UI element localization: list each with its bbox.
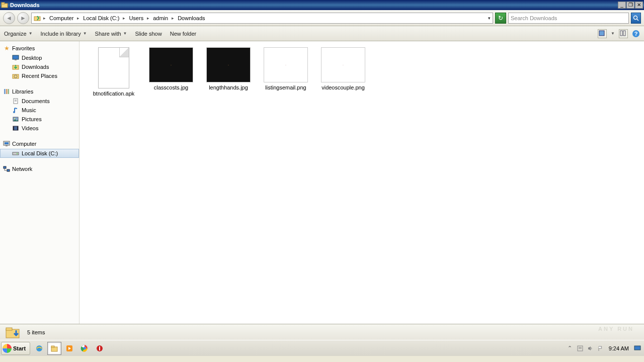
sidebar-item-desktop[interactable]: Desktop (0, 53, 79, 62)
sidebar-item-local-disk[interactable]: Local Disk (C:) (0, 149, 79, 158)
svg-line-4 (637, 19, 638, 21)
network-label: Network (12, 166, 32, 172)
folder-icon (1, 2, 8, 9)
search-input[interactable] (511, 15, 626, 21)
file-item[interactable]: btnotification.apk (89, 47, 139, 97)
refresh-button[interactable]: ↻ (495, 13, 506, 24)
slideshow-button[interactable]: Slide show (135, 31, 162, 37)
help-button[interactable]: ? (632, 30, 640, 38)
show-desktop-button[interactable] (634, 345, 641, 352)
svg-text:?: ? (634, 31, 638, 37)
file-item[interactable]: ·lengthhands.jpg (203, 47, 254, 91)
svg-point-23 (14, 118, 15, 119)
breadcrumb-item[interactable]: Downloads (177, 15, 206, 21)
svg-rect-25 (13, 126, 14, 130)
breadcrumb-item[interactable]: admin (152, 15, 169, 21)
sidebar-item-downloads[interactable]: Downloads (0, 62, 79, 71)
drive-icon (12, 150, 19, 157)
sidebar-item-label: Pictures (22, 116, 42, 122)
watermark: ANY RUN (598, 326, 634, 332)
breadcrumb-item[interactable]: Local Disk (C:) (82, 15, 120, 21)
sidebar-item-recent-places[interactable]: Recent Places (0, 71, 79, 80)
breadcrumb-item[interactable]: Users (128, 15, 144, 21)
preview-pane-button[interactable] (619, 29, 628, 38)
include-label: Include in library (41, 31, 81, 37)
close-button[interactable]: ✕ (635, 2, 643, 9)
libraries-label: Libraries (12, 88, 33, 95)
file-name: videoscouple.png (321, 84, 365, 91)
downloads-icon (12, 63, 19, 70)
chevron-down-icon: ▼ (83, 31, 87, 36)
chevron-right-icon: ▸ (76, 16, 80, 21)
start-button[interactable]: Start (1, 342, 30, 355)
taskbar-item-explorer[interactable] (47, 342, 61, 355)
share-label: Share with (95, 31, 121, 37)
file-item[interactable]: ·classcosts.jpg (146, 47, 196, 91)
taskbar-item-media[interactable] (62, 342, 76, 355)
svg-rect-7 (623, 31, 625, 36)
include-in-library-menu[interactable]: Include in library▼ (41, 31, 87, 37)
search-field[interactable] (508, 13, 629, 24)
network-icon (3, 165, 10, 172)
volume-icon[interactable] (587, 345, 594, 352)
sidebar-item-videos[interactable]: Videos (0, 124, 79, 133)
search-button[interactable] (631, 13, 641, 24)
svg-rect-16 (6, 89, 8, 94)
svg-point-31 (17, 153, 18, 154)
organize-menu[interactable]: Organize▼ (4, 31, 33, 37)
chevron-down-icon: ▼ (123, 31, 127, 36)
svg-rect-28 (5, 142, 9, 144)
maximize-button[interactable]: ❐ (626, 2, 634, 9)
new-folder-button[interactable]: New folder (170, 31, 197, 37)
folder-icon (34, 15, 41, 22)
taskbar-item-ie[interactable] (32, 342, 46, 355)
chevron-right-icon: ▸ (171, 16, 175, 21)
sidebar-item-label: Recent Places (22, 73, 57, 79)
breadcrumb-item[interactable]: Computer (48, 15, 74, 21)
svg-rect-1 (2, 3, 5, 4)
file-list[interactable]: btnotification.apk·classcosts.jpg·length… (79, 41, 644, 324)
file-item[interactable]: ·videoscouple.png (318, 47, 368, 91)
folder-large-icon (5, 325, 21, 339)
network-group[interactable]: Network (0, 164, 79, 174)
sidebar-item-label: Local Disk (C:) (22, 150, 58, 156)
file-item[interactable]: ·listingsemail.png (261, 47, 311, 91)
sidebar-item-documents[interactable]: Documents (0, 97, 79, 106)
taskbar-item-chrome[interactable] (77, 342, 92, 355)
file-name: lengthhands.jpg (209, 84, 248, 91)
svg-rect-33 (7, 169, 10, 171)
view-options-button[interactable] (598, 29, 607, 38)
sidebar-item-label: Videos (22, 125, 38, 131)
svg-rect-11 (15, 59, 17, 60)
minimize-button[interactable]: _ (618, 2, 626, 9)
flag-icon[interactable] (597, 345, 604, 352)
breadcrumb[interactable]: ▸ Computer ▸ Local Disk (C:) ▸ Users ▸ a… (31, 13, 493, 24)
pictures-icon (12, 116, 19, 123)
svg-rect-10 (13, 55, 19, 59)
sidebar-item-pictures[interactable]: Pictures (0, 115, 79, 124)
file-thumbnail: · (321, 47, 365, 82)
back-button[interactable]: ◄ (3, 12, 15, 24)
sidebar-item-music[interactable]: Music (0, 106, 79, 115)
sidebar-item-label: Music (22, 107, 36, 113)
action-center-icon[interactable] (577, 345, 584, 352)
status-bar: 5 items (0, 324, 644, 340)
forward-button[interactable]: ► (17, 12, 29, 24)
libraries-group[interactable]: Libraries (0, 86, 79, 97)
show-hidden-icon[interactable]: ⌃ (567, 345, 574, 352)
watermark-text: ANY RUN (598, 326, 634, 332)
desktop-icon (12, 54, 19, 61)
favorites-group[interactable]: ★Favorites (0, 43, 79, 53)
taskbar-item-app[interactable] (93, 342, 107, 355)
computer-icon (3, 140, 10, 147)
svg-rect-15 (4, 89, 6, 94)
share-with-menu[interactable]: Share with▼ (95, 31, 127, 37)
computer-group[interactable]: Computer (0, 139, 79, 149)
svg-rect-43 (99, 346, 100, 350)
clock[interactable]: 9:24 AM (607, 345, 631, 351)
favorites-label: Favorites (12, 45, 35, 51)
chevron-down-icon[interactable]: ▾ (488, 16, 491, 21)
computer-label: Computer (12, 141, 36, 147)
chevron-down-icon[interactable]: ▼ (611, 31, 615, 36)
address-bar: ◄ ► ▸ Computer ▸ Local Disk (C:) ▸ Users… (0, 10, 644, 26)
